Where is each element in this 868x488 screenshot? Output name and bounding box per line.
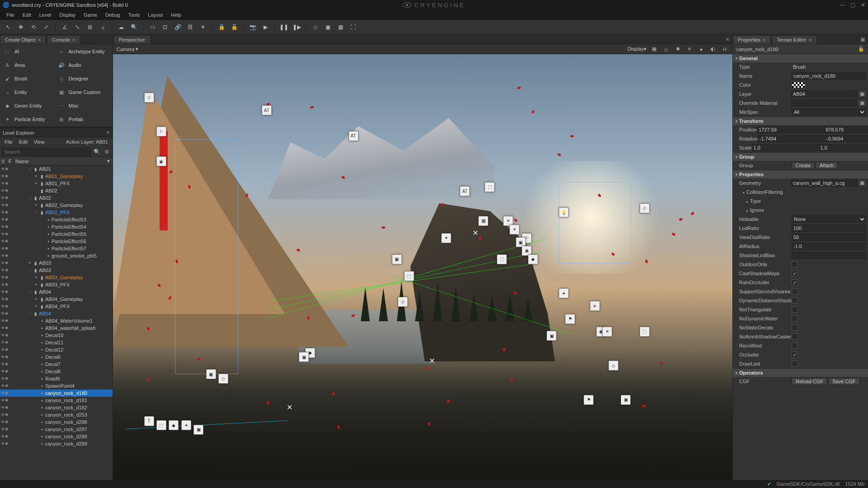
display-dropdown[interactable]: Display▾ bbox=[627, 46, 646, 52]
tree-row[interactable]: 👁✱•ParticleEffect57 bbox=[0, 245, 113, 252]
category-ai[interactable]: ⬚AI bbox=[4, 47, 55, 56]
ratio-toggle[interactable]: ▣ bbox=[322, 22, 333, 33]
tree-row[interactable]: 👁✱•ground_smoke_pfx5 bbox=[0, 252, 113, 259]
unlock-tool[interactable]: 🔓 bbox=[229, 22, 240, 33]
entity-marker[interactable]: ✦ bbox=[441, 233, 451, 243]
step-button[interactable]: ❚▶ bbox=[291, 22, 302, 33]
entity-marker[interactable]: ▣ bbox=[392, 254, 402, 264]
entity-marker[interactable]: AT bbox=[349, 131, 359, 141]
category-game-custom[interactable]: ▦Game Custom bbox=[58, 88, 109, 97]
col-v[interactable]: V bbox=[0, 159, 7, 164]
tree-row[interactable]: 👁✱•canyon_rock_d253 bbox=[0, 411, 113, 418]
camera-dropdown[interactable]: Camera▾ bbox=[117, 46, 138, 52]
visibility-icons[interactable]: 👁✱ bbox=[0, 232, 14, 236]
pos-y-input[interactable] bbox=[824, 126, 868, 133]
category-audio[interactable]: 🔊Audio bbox=[58, 61, 109, 70]
menu-debug[interactable]: Debug bbox=[102, 11, 123, 19]
selection-tool[interactable]: ▭ bbox=[147, 22, 158, 33]
undock-icon[interactable]: ▣ bbox=[858, 35, 868, 44]
checkbox[interactable] bbox=[792, 333, 798, 340]
close-icon[interactable]: ✕ bbox=[808, 38, 812, 42]
name-input[interactable] bbox=[792, 72, 866, 80]
light-icon[interactable]: ☀ bbox=[685, 45, 693, 53]
visibility-icons[interactable]: 👁✱ bbox=[0, 319, 14, 323]
visibility-icons[interactable]: 👁✱ bbox=[0, 427, 14, 432]
tree-row[interactable]: 👁✱•Decal8 bbox=[0, 368, 113, 375]
expand-toggle[interactable]: - bbox=[27, 167, 33, 171]
entity-marker[interactable]: ▣ bbox=[193, 425, 203, 435]
close-icon[interactable]: ✕ bbox=[106, 130, 110, 136]
visibility-icons[interactable]: 👁✱ bbox=[0, 376, 14, 381]
tab-console[interactable]: Console ✕ bbox=[47, 35, 80, 44]
visibility-icons[interactable]: 👁✱ bbox=[0, 275, 14, 280]
move-tool[interactable]: ✥ bbox=[15, 22, 26, 33]
tree-row[interactable]: 👁✱•AB04_WaterVolume1 bbox=[0, 317, 113, 324]
override-input[interactable] bbox=[791, 99, 857, 107]
tree-row[interactable]: 👁✱+▮AB03 bbox=[0, 259, 113, 267]
tree-row[interactable]: 👁✱•canyon_rock_d288 bbox=[0, 433, 113, 440]
checkbox[interactable] bbox=[792, 261, 798, 267]
category-designer[interactable]: ◇Designer bbox=[58, 74, 109, 83]
visibility-icons[interactable]: 👁✱ bbox=[0, 326, 14, 330]
visibility-icons[interactable]: 👁✱ bbox=[0, 311, 14, 316]
tab-create-object[interactable]: Create Object ✕ bbox=[0, 35, 46, 44]
entity-marker[interactable]: ⬚ bbox=[485, 182, 495, 192]
menu-tools[interactable]: Tools bbox=[124, 11, 143, 19]
visibility-icons[interactable]: 👁✱ bbox=[0, 384, 14, 388]
dot-icon[interactable]: ● bbox=[697, 45, 705, 53]
entity-marker[interactable]: ▣ bbox=[547, 331, 557, 341]
visibility-icons[interactable]: 👁✱ bbox=[0, 282, 14, 287]
entity-marker[interactable]: ◆ bbox=[169, 420, 179, 430]
expand-toggle[interactable]: + bbox=[33, 174, 39, 178]
tree-row[interactable]: 👁✱+▮AB02_Gameplay bbox=[0, 202, 113, 209]
visibility-icons[interactable]: 👁✱ bbox=[0, 268, 14, 272]
lock-icon[interactable]: 🔓 bbox=[858, 46, 864, 52]
close-button[interactable]: ✕ bbox=[861, 2, 865, 8]
entity-marker[interactable]: ✦ bbox=[559, 288, 569, 298]
col-f[interactable]: F bbox=[7, 159, 14, 164]
visibility-icons[interactable]: 👁✱ bbox=[0, 340, 14, 345]
entity-marker[interactable]: ◉ bbox=[156, 156, 166, 166]
checkbox[interactable] bbox=[792, 270, 798, 277]
scale-tool[interactable]: ⤢ bbox=[41, 22, 52, 33]
expand-toggle[interactable]: - bbox=[27, 196, 33, 200]
entity-marker[interactable]: 💡 bbox=[559, 207, 569, 217]
tree-row[interactable]: 👁✱-▮AB03 bbox=[0, 267, 113, 274]
expand-toggle[interactable]: - bbox=[27, 290, 33, 294]
visibility-icons[interactable]: 👁✱ bbox=[0, 405, 14, 410]
tree-row[interactable]: 👁✱•canyon_rock_d289 bbox=[0, 440, 113, 447]
tree-row[interactable]: 👁✱-▮AB02_PFX bbox=[0, 209, 113, 216]
visibility-icons[interactable]: 👁✱ bbox=[0, 167, 14, 171]
browse-icon[interactable]: ▦ bbox=[858, 179, 866, 187]
entity-marker[interactable]: ▣ bbox=[206, 369, 216, 379]
section-header[interactable]: ▾General bbox=[733, 54, 868, 62]
browse-icon[interactable]: ▦ bbox=[858, 90, 866, 98]
viewdist-input[interactable] bbox=[792, 234, 866, 241]
entity-marker[interactable]: ✦ bbox=[181, 420, 191, 430]
tree-row[interactable]: 👁✱•ParticleEffect55 bbox=[0, 230, 113, 238]
entity-marker[interactable]: ⬚ bbox=[156, 420, 166, 430]
fullscreen-toggle[interactable]: ⛶ bbox=[348, 22, 359, 33]
lodratio-input[interactable] bbox=[792, 225, 866, 232]
tree-row[interactable]: 👁✱+▮AB04_Gameplay bbox=[0, 296, 113, 303]
entity-marker[interactable]: ⬚ bbox=[497, 254, 507, 264]
hideable-select[interactable]: None bbox=[792, 216, 866, 223]
tree-row[interactable]: 👁✱•Decal12 bbox=[0, 346, 113, 353]
tree-row[interactable]: 👁✱•SpawnPoint4 bbox=[0, 382, 113, 389]
expand-toggle[interactable]: + bbox=[33, 282, 39, 287]
tree-row[interactable]: 👁✱•canyon_rock_d182 bbox=[0, 404, 113, 411]
entity-marker[interactable]: ⬚ bbox=[404, 271, 414, 281]
shadowlod-input[interactable] bbox=[792, 252, 866, 259]
visibility-icons[interactable]: 👁✱ bbox=[0, 290, 14, 294]
snap-angle-tool[interactable]: ∠ bbox=[59, 22, 70, 33]
le-menu-view[interactable]: View bbox=[31, 138, 47, 145]
visibility-icons[interactable]: 👁✱ bbox=[0, 210, 14, 215]
le-menu-edit[interactable]: Edit bbox=[16, 138, 30, 145]
entity-marker[interactable]: ◇ bbox=[640, 203, 650, 213]
entity-marker[interactable]: AT bbox=[262, 105, 272, 115]
entity-marker[interactable]: ◇ bbox=[218, 374, 228, 384]
tree-row[interactable]: 👁✱▮AB02 bbox=[0, 187, 113, 194]
checkbox[interactable] bbox=[792, 324, 798, 331]
entity-marker[interactable]: ◆ bbox=[528, 254, 538, 264]
visibility-icons[interactable]: 👁✱ bbox=[0, 347, 14, 352]
